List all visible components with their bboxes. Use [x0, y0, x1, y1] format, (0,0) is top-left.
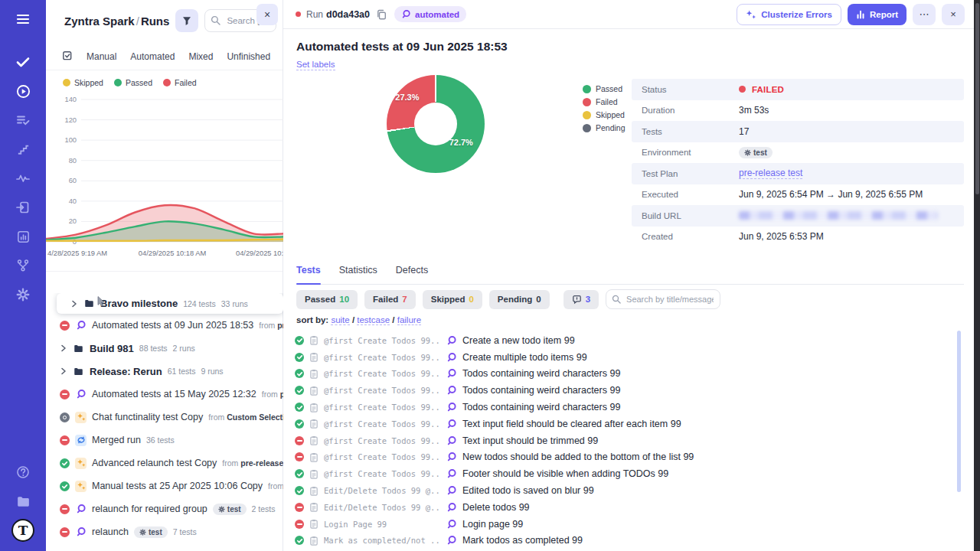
- report-button[interactable]: Report: [848, 4, 906, 25]
- automated-badge[interactable]: automated: [394, 6, 466, 22]
- testcase-clipboard-icon: [309, 386, 318, 396]
- run-row[interactable]: Automated tests at 15 May 2025 12:32from…: [46, 383, 283, 406]
- test-row[interactable]: Mark as completed/not ...Mark todos as c…: [295, 533, 951, 549]
- set-labels-link[interactable]: Set labels: [296, 60, 335, 70]
- chevron-right-icon[interactable]: [60, 367, 67, 375]
- donut-legend-item[interactable]: Pending: [583, 123, 626, 132]
- run-group-row[interactable]: Release: Rerun61 tests9 runs: [46, 360, 283, 383]
- run-row[interactable]: Advanced relaunch test Copyfrom pre-rele…: [46, 452, 283, 474]
- test-row[interactable]: @first Create Todos 99...Text input shou…: [295, 432, 951, 449]
- legend-item[interactable]: Passed: [114, 78, 152, 87]
- run-row[interactable]: Chat functinality test Copyfrom Custom S…: [46, 406, 283, 429]
- branches-icon[interactable]: [0, 251, 46, 280]
- panel-close-button[interactable]: ×: [256, 4, 278, 25]
- test-row[interactable]: @first Create Todos 99...Create a new to…: [295, 332, 951, 349]
- test-row[interactable]: Edit/Delete Todos 99 @...Edited todo is …: [295, 482, 951, 499]
- run-row-title: Merged run: [92, 435, 141, 445]
- run-status-dot: [296, 11, 301, 17]
- folder-tests-count: 88 tests: [139, 344, 168, 353]
- filter-chip-pending[interactable]: Pending 0: [489, 290, 550, 309]
- tests-list-scrollbar[interactable]: [957, 331, 961, 492]
- comments-filter-chip[interactable]: 3: [564, 290, 599, 309]
- chevron-right-icon[interactable]: [70, 300, 78, 308]
- help-icon[interactable]: [0, 458, 46, 487]
- tests-search-input[interactable]: [606, 289, 720, 309]
- test-plans-icon[interactable]: [0, 106, 46, 135]
- test-row[interactable]: @first Create Todos 99...Create multiple…: [295, 349, 951, 366]
- test-row[interactable]: @first Create Todos 99...New todos shoul…: [295, 449, 951, 466]
- test-row[interactable]: @first Create Todos 99...Todos containin…: [295, 366, 951, 383]
- donut-legend: PassedFailedSkippedPending: [583, 84, 626, 132]
- run-row[interactable]: relaunchtest7 tests: [46, 520, 283, 543]
- run-type-tab-automated[interactable]: Automated: [130, 51, 175, 62]
- run-row[interactable]: Automated tests at 09 Jun 2025 18:53from…: [46, 314, 283, 337]
- failed-icon: [60, 321, 70, 331]
- donut-legend-item[interactable]: Failed: [583, 97, 626, 106]
- folder-title: Release: Rerun: [90, 366, 162, 377]
- copy-run-id-button[interactable]: [376, 9, 387, 20]
- run-type-tab-manual[interactable]: Manual: [87, 51, 116, 62]
- select-all-icon[interactable]: [61, 50, 73, 61]
- legend-item[interactable]: Failed: [163, 78, 197, 87]
- tab-statistics[interactable]: Statistics: [339, 265, 377, 284]
- test-row[interactable]: @first Create Todos 99...Footer should b…: [295, 465, 951, 482]
- filter-chip-skipped[interactable]: Skipped 0: [423, 290, 482, 309]
- breadcrumb-project[interactable]: Zyntra Spark: [64, 15, 135, 28]
- settings-gear-icon[interactable]: [0, 280, 46, 309]
- testcase-clipboard-icon: [309, 335, 318, 345]
- window-scrollbar[interactable]: [974, 0, 980, 551]
- run-type-tab-unfinished[interactable]: Unfinished: [227, 51, 270, 62]
- run-row-title: Advanced relaunch test Copy: [92, 458, 217, 468]
- filter-chip-passed[interactable]: Passed 10: [296, 290, 358, 309]
- filter-chip-failed[interactable]: Failed 7: [364, 290, 416, 309]
- svg-text:120: 120: [64, 116, 77, 124]
- runs-panel: × Zyntra Spark/Runs ManualAutomatedMixed…: [46, 0, 283, 551]
- chevron-right-icon[interactable]: [60, 344, 67, 352]
- tab-tests[interactable]: Tests: [296, 265, 321, 284]
- pulse-activity-icon[interactable]: [0, 164, 46, 193]
- tab-defects[interactable]: Defects: [396, 265, 428, 284]
- run-type-tab-mixed[interactable]: Mixed: [188, 51, 213, 62]
- run-row-title: relaunch for required group: [92, 504, 207, 514]
- projects-folder-icon[interactable]: [0, 487, 46, 516]
- detail-row: Environmenttest: [632, 142, 964, 164]
- close-run-button[interactable]: ×: [942, 4, 965, 25]
- run-group-row[interactable]: Build 98188 tests2 runs: [46, 337, 283, 360]
- chart-legend: SkippedPassedFailed: [46, 78, 283, 87]
- donut-legend-item[interactable]: Passed: [583, 84, 626, 93]
- filter-button[interactable]: [175, 9, 198, 32]
- legend-item[interactable]: Skipped: [63, 78, 103, 87]
- run-row[interactable]: Manual tests at 25 Apr 2025 10:06 Copyfr…: [46, 474, 283, 497]
- analytics-icon[interactable]: [0, 222, 46, 251]
- run-row[interactable]: relaunch for required grouptest2 tests: [46, 497, 283, 520]
- folder-runs-count: 2 runs: [173, 344, 195, 353]
- passed-icon: [295, 369, 304, 378]
- clusterize-errors-button[interactable]: Clusterize Errors: [737, 4, 841, 25]
- test-plan-link[interactable]: pre-release test: [739, 168, 802, 179]
- sort-by-failure[interactable]: failure: [397, 315, 421, 325]
- milestones-steps-icon[interactable]: [0, 135, 46, 164]
- legend-dot: [583, 124, 591, 132]
- testcase-clipboard-icon: [309, 519, 318, 529]
- sort-by-testcase[interactable]: testcase: [357, 315, 390, 325]
- tests-check-icon[interactable]: [0, 47, 46, 77]
- app-logo[interactable]: T: [0, 516, 46, 545]
- test-row[interactable]: @first Create Todos 99...Todos containin…: [295, 399, 951, 416]
- legend-dot: [583, 111, 591, 119]
- test-row[interactable]: @first Create Todos 99...Text input fiel…: [295, 416, 951, 432]
- run-row[interactable]: Merged run36 tests: [46, 429, 283, 452]
- test-row[interactable]: Login Page 99Login page 99: [295, 516, 951, 533]
- test-row[interactable]: @first Create Todos 99...Todos containin…: [295, 382, 951, 399]
- menu-icon[interactable]: [0, 5, 46, 34]
- more-actions-button[interactable]: ⋯: [913, 4, 936, 25]
- test-row[interactable]: Edit/Delete Todos 99 @...Delete todos 99: [295, 499, 951, 516]
- sort-by-suite[interactable]: suite: [331, 315, 349, 325]
- run-group-row[interactable]: Bravo milestone124 tests33 runs: [57, 293, 283, 314]
- automated-icon: [446, 518, 457, 530]
- search-icon: [211, 15, 220, 25]
- build-url-redacted: [739, 211, 938, 220]
- runs-play-icon[interactable]: [0, 77, 46, 106]
- import-icon[interactable]: [0, 193, 46, 222]
- testcase-clipboard-icon: [309, 452, 318, 462]
- donut-legend-item[interactable]: Skipped: [583, 110, 626, 119]
